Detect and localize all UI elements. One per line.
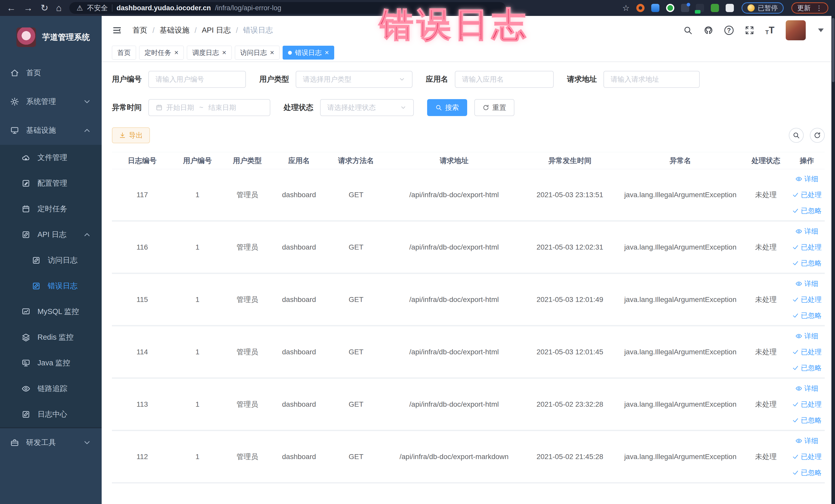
action-detail[interactable]: 详细 [795,174,818,184]
action-detail[interactable]: 详细 [795,227,818,236]
breadcrumb-item[interactable]: 首页 [133,25,147,36]
action-ignored[interactable]: 已忽略 [792,311,822,320]
reset-button[interactable]: 重置 [474,99,514,116]
cell-exception: java.lang.IllegalArgumentException [618,348,743,356]
close-icon[interactable]: × [222,49,226,56]
tab-错误日志[interactable]: 错误日志× [283,46,334,60]
github-icon[interactable] [704,26,713,35]
tab-首页[interactable]: 首页 [112,46,136,60]
breadcrumb-item[interactable]: API 日志 [202,25,231,36]
page-scrollbar[interactable] [831,16,835,504]
bookmark-star-icon[interactable]: ☆ [622,3,630,13]
search-button[interactable]: 搜索 [427,99,467,116]
action-processed[interactable]: 已处理 [792,190,822,200]
action-processed[interactable]: 已处理 [792,452,822,461]
sidebar-item-0[interactable]: 首页 [0,59,102,87]
app-name-input[interactable]: 请输入应用名 [455,71,554,88]
help-icon[interactable]: ? [725,26,734,35]
action-processed[interactable]: 已处理 [792,295,822,304]
user-type-select[interactable]: 请选择用户类型 [296,71,412,88]
sidebar-item-3[interactable]: 文件管理 [0,145,102,170]
scrollbar-thumb[interactable] [832,18,834,82]
search-icon[interactable] [683,26,693,35]
home-icon[interactable]: ⌂ [56,3,62,13]
sidebar-item-5[interactable]: 定时任务 [0,196,102,222]
export-button[interactable]: 导出 [112,127,150,143]
sidebar-item-label: API 日志 [38,229,66,240]
sidebar-item-13[interactable]: 日志中心 [0,402,102,427]
sidebar-item-10[interactable]: Redis 监控 [0,324,102,350]
user-id-input[interactable]: 请输入用户编号 [148,71,246,88]
exception-time-range-input[interactable]: 开始日期 ~ 结束日期 [148,99,270,116]
sidebar-item-6[interactable]: API 日志 [0,222,102,247]
sidebar-logo[interactable]: 芋道管理系统 [0,16,102,59]
action-ignored[interactable]: 已忽略 [792,416,822,425]
caret-down-icon[interactable] [818,28,824,32]
extension-icon[interactable] [681,4,689,12]
extension-icon[interactable] [711,4,719,12]
sidebar-item-11[interactable]: Java 监控 [0,350,102,376]
cell-app: dashboard [272,191,326,199]
refresh-table-button[interactable] [810,128,825,143]
font-size-icon[interactable]: TT [766,25,774,36]
avatar[interactable] [786,20,806,40]
sidebar-item-8[interactable]: 错误日志 [0,273,102,299]
breadcrumb-item[interactable]: 基础设施 [160,25,189,36]
reload-icon[interactable]: ↻ [41,3,48,13]
fullscreen-icon[interactable] [745,26,754,35]
breadcrumb: 首页/基础设施/API 日志/错误日志 [133,25,273,36]
back-icon[interactable]: ← [7,3,16,13]
chevron-down-icon [83,438,91,447]
column-header: 用户编号 [172,156,222,166]
sidebar-item-1[interactable]: 系统管理 [0,87,102,116]
tab-调度日志[interactable]: 调度日志× [187,46,231,60]
extensions-puzzle-icon[interactable] [726,4,734,12]
sidebar-item-9[interactable]: MySQL 监控 [0,299,102,324]
browser-menu-icon[interactable]: ⋮ [816,4,822,12]
extension-icon[interactable] [636,4,645,12]
update-button[interactable]: 更新 ⋮ [791,2,828,14]
tab-label: 调度日志 [192,48,219,57]
action-detail[interactable]: 详细 [795,331,818,341]
table-row: 1171管理员dashboardGET/api/infra/db-doc/exp… [112,169,825,222]
chevron-up-icon [83,230,91,239]
action-ignored[interactable]: 已忽略 [792,206,822,216]
process-status-select[interactable]: 请选择处理状态 [320,99,414,116]
collapse-menu-icon[interactable] [112,25,122,36]
action-processed[interactable]: 已处理 [792,400,822,409]
table-header-row: 日志编号用户编号用户类型应用名请求方法名请求地址异常发生时间异常名处理状态操作 [112,152,825,169]
action-ignored[interactable]: 已忽略 [792,363,822,372]
tab-label: 首页 [117,48,131,57]
action-ignored[interactable]: 已忽略 [792,468,822,477]
action-processed[interactable]: 已处理 [792,243,822,252]
tab-访问日志[interactable]: 访问日志× [235,46,280,60]
extension-icon[interactable] [651,4,659,12]
cell-time: 2021-05-02 23:32:28 [522,400,618,408]
action-detail[interactable]: 详细 [795,436,818,445]
sidebar-item-label: 首页 [26,68,41,78]
breadcrumb-item[interactable]: 错误日志 [243,25,273,36]
security-label[interactable]: 不安全 [87,3,108,13]
extension-icon[interactable] [666,4,674,12]
action-processed[interactable]: 已处理 [792,347,822,357]
close-icon[interactable]: × [270,49,274,56]
sidebar-item-2[interactable]: 基础设施 [0,116,102,145]
tab-定时任务[interactable]: 定时任务× [139,46,184,60]
sidebar-item-14[interactable]: 研发工具 [0,428,102,457]
close-icon[interactable]: × [174,49,178,56]
download-icon [119,132,126,139]
divider [112,4,113,12]
sidebar-item-label: 系统管理 [26,97,56,107]
action-detail[interactable]: 详细 [795,384,818,393]
request-url-input[interactable]: 请输入请求地址 [604,71,700,88]
sidebar-item-12[interactable]: 链路追踪 [0,376,102,402]
close-icon[interactable]: × [325,49,329,56]
paused-badge[interactable]: 已暂停 [741,2,784,14]
action-ignored[interactable]: 已忽略 [792,259,822,268]
sidebar-item-7[interactable]: 访问日志 [0,247,102,273]
extension-icon[interactable] [696,4,704,12]
sidebar-item-4[interactable]: 配置管理 [0,170,102,196]
action-detail[interactable]: 详细 [795,279,818,288]
forward-icon[interactable]: → [24,3,33,13]
toggle-search-button[interactable] [789,128,804,143]
